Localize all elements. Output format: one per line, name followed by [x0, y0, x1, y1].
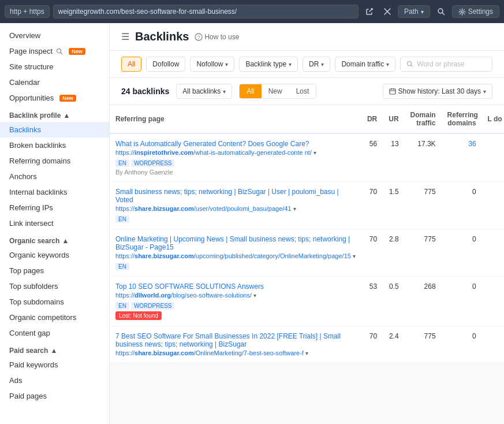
page-url-link[interactable]: https://dllworld.org/blog/seo-software-s… [115, 292, 252, 299]
svg-point-0 [438, 9, 443, 13]
cell-dr: 56 [361, 133, 383, 182]
cell-ur: 1.5 [383, 182, 404, 229]
referring-domains-link[interactable]: 36 [468, 140, 476, 148]
hamburger-icon[interactable]: ☰ [121, 31, 129, 42]
sidebar-item-overview[interactable]: Overview [0, 28, 109, 43]
backlinks-count: 24 backlinks [121, 87, 169, 96]
search-icon[interactable] [434, 5, 449, 18]
new-badge-opportunities: New [59, 95, 76, 102]
filter-nofollow-button[interactable]: Nofollow ▾ [190, 57, 234, 72]
how-to-use-link[interactable]: ? How to use [195, 33, 239, 41]
page-url-link[interactable]: https://share.bizsugar.com/user/voted/po… [115, 205, 292, 212]
sidebar-item-paid-keywords[interactable]: Paid keywords [0, 357, 109, 373]
main-layout: Overview Page inspect New Site structure… [0, 23, 504, 424]
sidebar-item-top-pages[interactable]: Top pages [0, 263, 109, 278]
chevron-down-icon: ▾ [321, 61, 324, 68]
cell-domain-traffic: 17.3K [405, 133, 442, 182]
table-row: 7 Best SEO Software For Small Businesses… [110, 326, 504, 363]
sidebar-item-organic-competitors[interactable]: Organic competitors [0, 310, 109, 325]
sidebar-item-link-intersect[interactable]: Link intersect [0, 215, 109, 231]
col-domain-traffic[interactable]: Domain traffic [405, 105, 442, 133]
chevron-down-icon: ▾ [421, 9, 424, 15]
sidebar-item-calendar[interactable]: Calendar [0, 75, 109, 90]
page-title-link[interactable]: Top 10 SEO SOFTWARE SOLUTIONS Answers [115, 282, 356, 291]
sidebar-item-site-structure[interactable]: Site structure [0, 59, 109, 75]
tag-badge: EN [115, 215, 129, 223]
view-new-button[interactable]: New [262, 84, 289, 98]
sidebar-item-ads[interactable]: Ads [0, 373, 109, 388]
page-title-link[interactable]: Online Marketing | Upcoming News | Small… [115, 235, 356, 251]
view-all-button[interactable]: All [240, 84, 261, 98]
sidebar-item-top-subfolders[interactable]: Top subfolders [0, 278, 109, 294]
search-icon [406, 61, 413, 68]
url-dropdown-icon[interactable]: ▾ [313, 150, 316, 156]
cell-referring-page: What is Automatically Generated Content?… [110, 133, 361, 182]
close-tab-icon[interactable] [380, 6, 394, 17]
svg-point-2 [57, 49, 61, 53]
sidebar-item-backlinks[interactable]: Backlinks [0, 122, 109, 137]
svg-text:?: ? [197, 35, 200, 40]
col-referring-page[interactable]: Referring page [110, 105, 361, 133]
page-url-link[interactable]: https://share.bizsugar.com/OnlineMarketi… [115, 349, 304, 356]
all-backlinks-dropdown[interactable]: All backlinks ▾ [176, 84, 232, 99]
search-filter[interactable]: Word or phrase [400, 57, 492, 72]
sidebar-item-broken-backlinks[interactable]: Broken backlinks [0, 137, 109, 153]
path-button[interactable]: Path ▾ [398, 5, 430, 18]
url-dropdown-icon[interactable]: ▾ [293, 206, 296, 212]
cell-referring-page: Online Marketing | Upcoming News | Small… [110, 229, 361, 277]
new-badge: New [69, 48, 85, 55]
page-title-link[interactable]: Small business news; tips; networking | … [115, 188, 356, 204]
view-toggle: All New Lost [239, 84, 316, 99]
page-url-link[interactable]: https://share.bizsugar.com/upcoming/publ… [115, 252, 351, 259]
tag-badge: EN [115, 263, 129, 270]
sidebar: Overview Page inspect New Site structure… [0, 23, 110, 424]
sidebar-item-organic-keywords[interactable]: Organic keywords [0, 247, 109, 263]
sidebar-item-paid-pages[interactable]: Paid pages [0, 388, 109, 404]
url-input[interactable] [53, 5, 359, 18]
sidebar-item-referring-domains[interactable]: Referring domains [0, 153, 109, 169]
cell-l-do [482, 277, 504, 326]
url-dropdown-icon[interactable]: ▾ [253, 292, 256, 299]
page-header: ☰ Backlinks ? How to use [110, 23, 504, 51]
page-title-link[interactable]: What is Automatically Generated Content?… [115, 140, 356, 148]
sidebar-item-anchors[interactable]: Anchors [0, 169, 109, 184]
view-lost-button[interactable]: Lost [289, 84, 316, 98]
col-ur[interactable]: UR [383, 105, 404, 133]
filter-bar: All Dofollow Nofollow ▾ Backlink type ▾ … [110, 51, 504, 78]
cell-ur: 2.4 [383, 326, 404, 363]
search-icon [56, 48, 63, 55]
cell-dr: 70 [361, 326, 383, 363]
filter-all-button[interactable]: All [121, 57, 141, 72]
filter-backlink-type-button[interactable]: Backlink type ▾ [239, 57, 298, 72]
page-title-link[interactable]: 7 Best SEO Software For Small Businesses… [115, 332, 356, 348]
page-url-link[interactable]: https://inspiretothrive.com/what-is-auto… [115, 149, 312, 156]
filter-domain-traffic-button[interactable]: Domain traffic ▾ [335, 57, 395, 72]
cell-referring-page: Top 10 SEO SOFTWARE SOLUTIONS Answershtt… [110, 277, 361, 326]
url-dropdown-icon[interactable]: ▾ [353, 253, 356, 259]
show-history-button[interactable]: Show history: Last 30 days ▾ [383, 84, 492, 99]
filter-dofollow-button[interactable]: Dofollow [146, 57, 185, 72]
sidebar-item-top-subdomains[interactable]: Top subdomains [0, 294, 109, 310]
sidebar-item-content-gap[interactable]: Content gap [0, 325, 109, 341]
col-referring-domains[interactable]: Referring domains [442, 105, 482, 133]
filter-dr-button[interactable]: DR ▾ [303, 57, 330, 72]
settings-button[interactable]: Settings [452, 5, 499, 18]
cell-ur: 13 [383, 133, 404, 182]
sidebar-item-opportunities[interactable]: Opportunities New [0, 90, 109, 106]
sidebar-item-page-inspect[interactable]: Page inspect New [0, 43, 109, 59]
protocol-selector[interactable]: http + https [5, 5, 50, 18]
stats-bar: 24 backlinks All backlinks ▾ All New Los… [110, 78, 504, 105]
svg-rect-6 [390, 89, 395, 94]
table-row: Small business news; tips; networking | … [110, 182, 504, 229]
url-dropdown-icon[interactable]: ▾ [305, 350, 308, 356]
sidebar-item-referring-ips[interactable]: Referring IPs [0, 200, 109, 215]
tag-badge: WORDPRESS [131, 302, 175, 310]
col-dr[interactable]: DR [361, 105, 383, 133]
sidebar-item-internal-backlinks[interactable]: Internal backlinks [0, 184, 109, 200]
tag-badge: EN [115, 159, 129, 167]
open-external-icon[interactable] [362, 5, 377, 18]
cell-l-do [482, 133, 504, 182]
chevron-down-icon: ▾ [289, 61, 292, 68]
col-l-do[interactable]: L do [482, 105, 504, 133]
chevron-down-icon: ▾ [225, 61, 228, 68]
